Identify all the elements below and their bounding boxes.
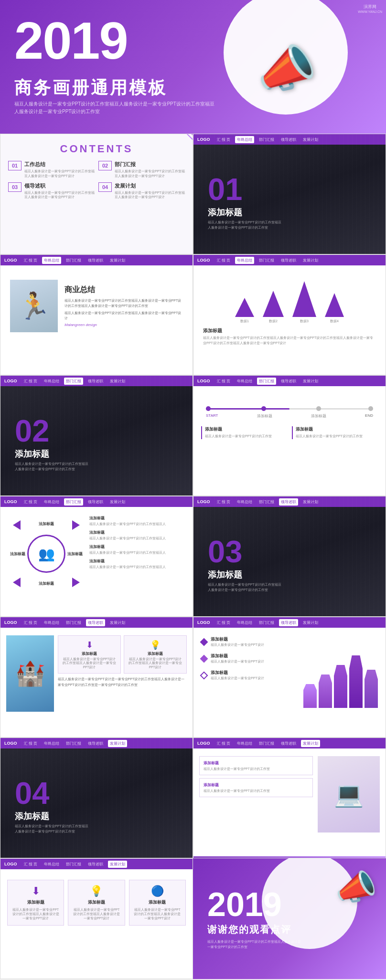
section-01-num: 01 bbox=[208, 174, 284, 205]
section-02-intro: LOGO 汇 报 页 年终总结 部门汇报 领导述职 发展计划 02 添加标题 福… bbox=[0, 375, 193, 496]
icon-box-2: 💡 添加标题 福豆人服务设计是一家专业PPT设计的工作室福豆人服务设计是一家专业… bbox=[124, 635, 187, 674]
timeline-fill bbox=[206, 408, 290, 410]
logo-chart: LOGO bbox=[197, 258, 210, 263]
contents-item-desc-3: 福豆人服务设计是一家专业PPT设计的工作室福豆人服务设计是一家专业PPT设计 bbox=[24, 190, 95, 200]
circle-diagram-slide: LOGO 汇 报 页 年终总结 部门汇报 领导述职 发展计划 👥 法加标题 bbox=[0, 496, 193, 617]
business-desc2: 福豆人服务设计是一家专业PPT设计的工作室福豆人服务设计是一家专业PPT设计 bbox=[64, 310, 183, 321]
icon-box-1-icon: ⬇ bbox=[62, 640, 117, 650]
timeline-visual: START 添加标题 添加标题 END bbox=[206, 408, 373, 419]
ti-title-3: 添加标题 bbox=[133, 899, 182, 906]
al-item-1-text: 添加标题 福豆人服务设计是一家专业PPT设计 bbox=[211, 636, 264, 647]
icon-box-2-icon: 💡 bbox=[128, 640, 182, 650]
al-item-3: 添加标题 福豆人服务设计是一家专业PPT设计 bbox=[201, 670, 298, 681]
logo-tl: LOGO bbox=[197, 379, 210, 383]
lp-desc-2: 福豆人服务设计是一家专业PPT设计的工作室 bbox=[204, 789, 309, 793]
section-03-content: 03 添加标题 福豆人服务设计是一家专业PPT设计的工作室福豆人服务设计是一家专… bbox=[208, 536, 284, 592]
section-04-desc: 福豆人服务设计是一家专业PPT设计的工作室福豆人服务设计是一家专业PPT设计的工… bbox=[15, 824, 91, 834]
circle-label-top: 法加标题 bbox=[39, 521, 54, 527]
nav-tl-1: 汇 报 页 bbox=[215, 378, 232, 385]
section-01-desc: 福豆人服务设计是一家专业PPT设计的工作室福豆人服务设计是一家专业PPT设计的工… bbox=[208, 220, 284, 230]
ba-shape-4 bbox=[349, 655, 363, 708]
tl-dot-end bbox=[368, 406, 373, 411]
watermark-url: WWW.YANJ.CN bbox=[358, 10, 382, 13]
nav-al-2: 年终总结 bbox=[235, 619, 254, 626]
chart-desc: 福豆人服务设计是一家专业PPT设计的工作室福豆人服务设计是一家专业PPT设计的工… bbox=[203, 336, 376, 346]
ba-shape-2 bbox=[319, 674, 332, 708]
circle-area: 👥 法加标题 法加标题 法加标题 法加标题 bbox=[8, 516, 85, 592]
tri-2 bbox=[263, 291, 284, 317]
contents-item-1: 01 工作总结 福豆人服务设计是一家专业PPT设计的工作室福豆人服务设计是一家专… bbox=[8, 161, 95, 179]
chart-label-4: 数据4 bbox=[330, 319, 339, 324]
tl-end-label: END bbox=[365, 413, 373, 419]
al-item-2-desc: 福豆人服务设计是一家专业PPT设计 bbox=[211, 659, 264, 664]
icon-boxes-right: ⬇ 添加标题 福豆人服务设计是一家专业PPT设计的工作室福豆人服务设计是一家专业… bbox=[58, 635, 187, 712]
laptop-text-left: 添加标题 福豆人服务设计是一家专业PPT设计的工作室 添加标题 福豆人服务设计是… bbox=[199, 756, 313, 832]
section-01-content: 01 添加标题 福豆人服务设计是一家专业PPT设计的工作室福豆人服务设计是一家专… bbox=[208, 174, 284, 230]
hero-person-area: 📣 bbox=[214, 5, 357, 134]
circle-center-icon: 👥 bbox=[38, 546, 55, 562]
business-text-area: 商业总结 福豆人服务设计是一家专业PPT设计的工作室福豆人服务设计是一家专业PP… bbox=[64, 285, 183, 327]
tri-4 bbox=[325, 293, 344, 317]
nav-bar-ib: LOGO 汇 报 页 年终总结 部门汇报 领导述职 发展计划 bbox=[0, 617, 193, 628]
thankyou-megaphone: 📣 bbox=[333, 866, 378, 908]
tl-box-2: 添加标题 福豆人服务设计是一家专业PPT设计的工作室 bbox=[292, 426, 378, 439]
laptop-icon: 💻 bbox=[334, 780, 364, 808]
ba-2 bbox=[319, 674, 332, 708]
nav-ti-3: 部门汇报 bbox=[64, 861, 83, 868]
circle-text-2: 法加标题 福豆人服务设计是一家专业PPT设计的工作室福豆人 bbox=[89, 530, 185, 540]
bottom-bar bbox=[193, 856, 386, 858]
nav-c-4: 领导述职 bbox=[279, 257, 298, 264]
chart-area: 数据1 数据2 数据3 数据4 添加标题 福豆人服务设计是一家专业PPT设计的工… bbox=[193, 265, 386, 346]
ti-title-1: 添加标题 bbox=[11, 899, 60, 906]
nav-ib-5: 发展计划 bbox=[108, 619, 127, 626]
business-brand: Malangreen design bbox=[64, 323, 183, 327]
business-desc1: 福豆人服务设计是一家专业PPT设计的工作室福豆人服务设计是一家专业PPT设计的工… bbox=[64, 298, 183, 308]
al-item-2-title: 添加标题 bbox=[211, 653, 264, 659]
tl-box-1-desc: 福豆人服务设计是一家专业PPT设计的工作室 bbox=[205, 434, 287, 439]
watermark: 演界网 WWW.YANJ.CN bbox=[358, 4, 382, 13]
section-02-title: 添加标题 bbox=[15, 448, 91, 460]
tl-box-1-title: 添加标题 bbox=[205, 426, 287, 432]
ti-box-2: 💡 添加标题 福豆人服务设计是一家专业PPT设计的工作室福豆人服务设计是一家专业… bbox=[68, 880, 125, 926]
nav-lp-2: 年终总结 bbox=[235, 740, 254, 747]
section-01-title: 添加标题 bbox=[208, 207, 284, 218]
diamond-2 bbox=[200, 654, 208, 663]
nav-tl-5: 发展计划 bbox=[301, 378, 320, 385]
timeline-boxes: 添加标题 福豆人服务设计是一家专业PPT设计的工作室 添加标题 福豆人服务设计是… bbox=[201, 426, 378, 439]
timeline-content: START 添加标题 添加标题 END 添加标题 福豆人服务设计是一家专业PPT… bbox=[193, 386, 386, 447]
circle-text-1: 法加标题 福豆人服务设计是一家专业PPT设计的工作室福豆人 bbox=[89, 516, 185, 526]
contents-title: CONTENTS bbox=[0, 134, 193, 161]
arrow-tl bbox=[13, 520, 21, 530]
nav-ti-1: 汇 报 页 bbox=[22, 861, 39, 868]
big-arrows-right bbox=[303, 636, 378, 713]
contents-item-title-3: 领导述职 bbox=[24, 182, 95, 190]
lp-title-1: 添加标题 bbox=[204, 760, 309, 766]
ba-3 bbox=[334, 665, 347, 708]
nav-bar-ti: LOGO 汇 报 页 年终总结 部门汇报 领导述职 发展计划 bbox=[0, 859, 193, 869]
nav-cd-4: 领导述职 bbox=[86, 498, 105, 506]
timeline-labels: START 添加标题 添加标题 END bbox=[206, 413, 373, 419]
nav-ib-3: 部门汇报 bbox=[64, 619, 83, 626]
ti-icon-2: 💡 bbox=[72, 885, 120, 897]
contents-item-desc-1: 福豆人服务设计是一家专业PPT设计的工作室福豆人服务设计是一家专业PPT设计 bbox=[24, 169, 95, 179]
person-icon: 🏃 bbox=[18, 291, 51, 322]
contents-item-title-1: 工作总结 bbox=[24, 161, 95, 168]
icon-boxes-slide: LOGO 汇 报 页 年终总结 部门汇报 领导述职 发展计划 🏰 ⬇ 添加标题 … bbox=[0, 617, 193, 738]
nav-al-5: 发展计划 bbox=[301, 619, 320, 626]
tri-1 bbox=[235, 298, 254, 317]
laptop-text-box-2: 添加标题 福豆人服务设计是一家专业PPT设计的工作室 bbox=[199, 778, 313, 797]
contents-item-desc-4: 福豆人服务设计是一家专业PPT设计的工作室福豆人服务设计是一家专业PPT设计 bbox=[115, 190, 185, 200]
tl-box-1: 添加标题 福豆人服务设计是一家专业PPT设计的工作室 bbox=[201, 426, 287, 439]
icon-box-photo: 🏰 bbox=[6, 635, 54, 712]
section-03-num: 03 bbox=[208, 536, 284, 567]
ti-desc-3: 福豆人服务设计是一家专业PPT设计的工作室福豆人服务设计是一家专业PPT设计 bbox=[133, 907, 182, 920]
al-item-1-desc: 福豆人服务设计是一家专业PPT设计 bbox=[211, 643, 264, 647]
nav-ib-4: 领导述职 bbox=[86, 619, 105, 626]
icon-box-1-title: 添加标题 bbox=[62, 651, 117, 656]
section-03-title: 添加标题 bbox=[208, 569, 284, 580]
business-photo: 🏃 bbox=[10, 280, 58, 332]
laptop-photo: 💻 bbox=[318, 756, 380, 832]
circle-label-bottom: 法加标题 bbox=[39, 581, 54, 586]
al-item-1-title: 添加标题 bbox=[211, 636, 264, 643]
contents-item-title-2: 部门汇报 bbox=[115, 161, 185, 168]
